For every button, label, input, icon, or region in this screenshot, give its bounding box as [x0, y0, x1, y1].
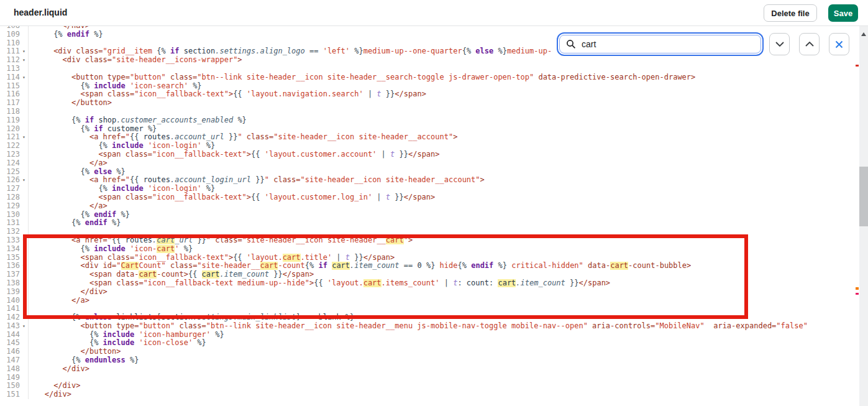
code-line[interactable]: 145 {% include 'icon-close' %} — [0, 339, 868, 348]
line-number: 148 — [0, 365, 20, 374]
code-line[interactable]: 123 <span class="icon__fallback-text">{{… — [0, 150, 868, 159]
search-match: cart — [157, 245, 175, 253]
find-prev-button[interactable] — [799, 33, 820, 55]
scrollbar-thumb[interactable] — [859, 167, 868, 226]
fold-spacer — [20, 39, 28, 48]
code-line[interactable]: 151 </div> — [0, 390, 868, 399]
search-match: Cart — [121, 262, 139, 270]
code-text — [29, 305, 868, 313]
save-button[interactable]: Save — [828, 4, 858, 22]
code-line[interactable]: 133▾ <a href="{{ routes.cart_url }}" cla… — [0, 236, 868, 245]
code-line[interactable]: 129 </a> — [0, 202, 868, 211]
code-line[interactable]: 127 {% include 'icon-login' %} — [0, 185, 868, 193]
code-text: {% include 'icon-login' %} — [29, 142, 868, 150]
code-text: {% endunless %} — [29, 356, 868, 365]
code-text: <button type="button" class="btn--link s… — [29, 73, 868, 82]
fold-arrow-icon[interactable]: ▾ — [20, 47, 28, 56]
line-number: 150 — [0, 382, 20, 390]
find-panel — [553, 27, 852, 60]
code-line[interactable]: 120 {% if customer %} — [0, 125, 868, 134]
code-line[interactable]: 139 </div> — [0, 288, 868, 297]
code-line[interactable]: 141 — [0, 305, 868, 313]
fold-spacer — [20, 219, 28, 228]
search-input-wrapper — [557, 32, 764, 56]
code-line[interactable]: 131 {% endif %} — [0, 219, 868, 228]
page-title: header.liquid — [14, 7, 67, 17]
code-text: </button> — [29, 99, 868, 108]
code-editor[interactable]: 108 </nav>109 {% endif %}110111▾ <div cl… — [0, 26, 868, 406]
code-line[interactable]: 118 — [0, 108, 868, 116]
code-line[interactable]: 130 {% endif %} — [0, 211, 868, 219]
code-line[interactable]: 122 {% include 'icon-login' %} — [0, 142, 868, 150]
fold-spacer — [20, 356, 28, 365]
code-text: </div> — [29, 288, 868, 297]
line-number: 138 — [0, 279, 20, 288]
code-line[interactable]: 115 {% include 'icon-search' %} — [0, 82, 868, 91]
fold-arrow-icon[interactable]: ▾ — [20, 133, 28, 142]
fold-spacer — [20, 365, 28, 374]
code-line[interactable]: 128 <span class="icon__fallback-text">{{… — [0, 193, 868, 202]
code-line[interactable]: 144 {% include 'icon-hamburger' %} — [0, 331, 868, 339]
code-line[interactable]: 140 </a> — [0, 297, 868, 305]
fold-arrow-icon[interactable]: ▾ — [20, 176, 28, 185]
code-line[interactable]: 126▾ <a href="{{ routes.account_login_ur… — [0, 176, 868, 185]
line-number: 123 — [0, 150, 20, 159]
scroll-up-icon[interactable] — [861, 32, 866, 36]
code-line[interactable]: 148 </div> — [0, 365, 868, 374]
code-text: </div> — [29, 382, 868, 390]
search-input[interactable] — [582, 39, 761, 49]
delete-file-button[interactable]: Delete file — [764, 4, 817, 22]
code-line[interactable]: 121▾ <a href="{{ routes.account_url }}" … — [0, 133, 868, 142]
code-text: <span class="icon__fallback-text">{{ 'la… — [29, 150, 868, 159]
code-line[interactable]: 143▾ <button type="button" class="btn--l… — [0, 322, 868, 331]
code-line[interactable]: 135 <span class="icon__fallback-text">{{… — [0, 254, 868, 262]
line-number: 134 — [0, 245, 20, 254]
code-line[interactable]: 114▾ <button type="button" class="btn--l… — [0, 73, 868, 82]
fold-arrow-icon[interactable]: ▾ — [20, 262, 28, 270]
fold-spacer — [20, 168, 28, 177]
fold-arrow-icon[interactable]: ▾ — [20, 236, 28, 245]
code-text: <button type="button" class="btn--link s… — [29, 322, 868, 331]
code-text: <a href="{{ routes.cart_url }}" class="s… — [29, 236, 868, 245]
fold-spacer — [20, 374, 28, 382]
line-number: 109 — [0, 30, 20, 39]
code-line[interactable]: 134 {% include 'icon-cart' %} — [0, 245, 868, 254]
line-number: 143 — [0, 322, 20, 331]
search-match: cart — [498, 279, 516, 287]
fold-arrow-icon[interactable]: ▾ — [20, 56, 28, 65]
fold-spacer — [20, 331, 28, 339]
code-line[interactable]: 119 {% if shop.customer_accounts_enabled… — [0, 116, 868, 125]
fold-spacer — [20, 90, 28, 99]
code-line[interactable]: 124 </a> — [0, 159, 868, 168]
line-number: 125 — [0, 168, 20, 177]
code-text: </div> — [29, 390, 868, 399]
scrollbar[interactable] — [859, 26, 868, 406]
code-line[interactable]: 149 — [0, 374, 868, 382]
fold-arrow-icon[interactable]: ▾ — [20, 73, 28, 82]
fold-spacer — [20, 26, 28, 30]
code-line[interactable]: 136▾ <div id="CartCount" class="site-hea… — [0, 262, 868, 270]
line-number: 129 — [0, 202, 20, 211]
line-number: 126 — [0, 176, 20, 185]
find-next-button[interactable] — [769, 33, 790, 55]
fold-spacer — [20, 30, 28, 39]
code-line[interactable]: 137 <span data-cart-count>{{ cart.item_c… — [0, 270, 868, 279]
code-line[interactable]: 117 </button> — [0, 99, 868, 108]
fold-arrow-icon[interactable]: ▾ — [20, 322, 28, 331]
close-search-button[interactable] — [829, 33, 849, 55]
code-line[interactable]: 132 — [0, 228, 868, 236]
fold-spacer — [20, 297, 28, 305]
code-line[interactable]: 113 — [0, 65, 868, 73]
code-line[interactable]: 150 </div> — [0, 382, 868, 390]
code-line[interactable]: 142 {% unless linklists[section.settings… — [0, 313, 868, 322]
code-line[interactable]: 147 {% endunless %} — [0, 356, 868, 365]
code-line[interactable]: 138 <span class="icon__fallback-text med… — [0, 279, 868, 288]
search-match: cart — [139, 270, 157, 279]
code-line[interactable]: 146 </button> — [0, 348, 868, 356]
code-line[interactable]: 125 {% else %} — [0, 168, 868, 177]
code-line[interactable]: 116 <span class="icon__fallback-text">{{… — [0, 90, 868, 99]
code-text — [29, 108, 868, 116]
line-number: 144 — [0, 331, 20, 339]
search-icon — [566, 39, 576, 49]
line-number: 124 — [0, 159, 20, 168]
